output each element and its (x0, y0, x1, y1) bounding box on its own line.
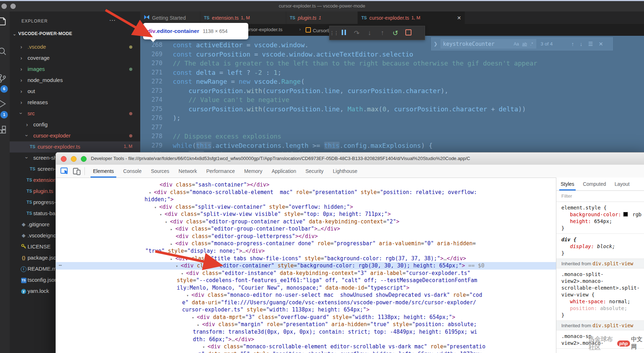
chevron-right-icon[interactable]: › (20, 99, 22, 105)
inherited-node-link[interactable]: div.split-view (592, 261, 633, 266)
close-icon[interactable] (61, 156, 67, 162)
dom-tree-line[interactable]: ▾<div class="editor-instance" data-keybi… (181, 270, 470, 277)
chevron-down-icon[interactable]: › (24, 157, 30, 159)
dom-tree-line[interactable]: <div class="sash-container"></div> (160, 181, 269, 189)
css-property[interactable]: height: 654px; (561, 218, 644, 225)
source-control-icon[interactable] (0, 73, 8, 84)
tree-item-releases[interactable]: ›releases (10, 97, 140, 108)
chevron-right-icon[interactable]: › (20, 66, 22, 72)
dom-gutter-ellipsis[interactable]: ⋯ (59, 262, 62, 269)
chevron-right-icon[interactable]: › (20, 55, 22, 61)
expander-down-icon[interactable]: ▾ (160, 211, 165, 218)
expander-down-icon[interactable]: ▾ (192, 314, 197, 321)
css-property[interactable]: display: block; (561, 243, 644, 250)
expander-right-icon[interactable]: ▸ (197, 321, 202, 329)
dom-tree-line[interactable]: ▾<div class="monaco-editor no-user-selec… (186, 291, 482, 299)
chevron-right-icon[interactable]: › (26, 121, 28, 127)
chevron-down-icon[interactable]: › (18, 112, 24, 114)
devtools-tab-elements[interactable]: Elements (88, 165, 118, 178)
dom-tree-line[interactable]: ily:Menlo, Monaco, "Courier New", monosp… (177, 284, 409, 292)
tree-item-out[interactable]: ›out (10, 86, 140, 97)
expander-right-icon[interactable]: ▸ (170, 240, 175, 248)
project-root-item[interactable]: ⌄ VSCODE-POWER-MODE (10, 29, 140, 39)
tab-extension.ts[interactable]: TSextension.ts1, M (200, 11, 286, 24)
devtools-tab-application[interactable]: Application (267, 165, 301, 178)
toggle-device-toolbar-icon[interactable] (72, 167, 82, 175)
expander-down-icon[interactable]: ▾ (154, 204, 159, 211)
devtools-tab-memory[interactable]: Memory (240, 165, 267, 178)
tree-item-src[interactable]: ›src (10, 108, 140, 119)
dom-tree-line[interactable]: ▾<div class="editor-container" style="ba… (176, 262, 484, 270)
step-into-icon[interactable]: ↓ (363, 29, 376, 37)
devtools-tab-security[interactable]: Security (301, 165, 328, 178)
devtools-tab-network[interactable]: Network (174, 165, 201, 178)
tab-plugin.ts[interactable]: TSplugin.ts1 (286, 11, 358, 24)
expander-right-icon[interactable]: ▸ (170, 255, 175, 263)
dom-tree-line[interactable]: ▾<div class="split-view-container" style… (154, 203, 353, 211)
css-property[interactable]: background-color: rgb (561, 211, 644, 218)
styles-pane-tab-styles[interactable]: Styles (556, 178, 579, 190)
dom-tree-line[interactable]: ▾<div class="monaco-scrollable-element m… (149, 189, 477, 196)
pause-icon[interactable] (337, 29, 350, 37)
devtools-tab-performance[interactable]: Performance (201, 165, 239, 178)
breadcrumb-segment[interactable]: CursorE (306, 27, 331, 33)
expander-right-icon[interactable]: ▸ (170, 226, 175, 233)
dom-tree-line[interactable]: hidden;"> (145, 196, 174, 203)
expander-down-icon[interactable]: ▾ (203, 343, 208, 351)
devtools-tab-sources[interactable]: Sources (146, 165, 174, 178)
dom-tree[interactable]: <div class="sash-container"></div>▾<div … (56, 178, 556, 353)
tree-item-images[interactable]: ›images (10, 64, 140, 75)
more-actions-icon[interactable]: ··· (109, 16, 116, 24)
expander-down-icon[interactable]: ▾ (186, 292, 191, 299)
tab-getting-started[interactable]: Getting Started (140, 11, 200, 24)
search-icon[interactable] (0, 46, 8, 57)
close-icon[interactable]: ✕ (453, 15, 461, 21)
expander-down-icon[interactable]: ▾ (165, 218, 170, 226)
step-out-icon[interactable]: ↑ (376, 29, 389, 37)
css-property[interactable]: white-space: normal; (561, 298, 644, 305)
chevron-down-icon[interactable]: › (24, 135, 30, 136)
dom-tree-line[interactable]: ▾<div class="editor-group-container acti… (165, 218, 399, 226)
files-icon[interactable] (0, 16, 8, 27)
css-rule[interactable]: div {display: block;} (556, 234, 644, 259)
css-rule[interactable]: w.monaco-split-view2>.monaco-scrollable-… (556, 269, 644, 321)
devtools-tab-console[interactable]: Console (118, 165, 146, 178)
dom-tree-line[interactable]: ▸<div class="title tabs show-file-icons"… (170, 255, 466, 262)
dom-tree-line[interactable]: style="--codelens-font-features_ee1f61:"… (177, 277, 477, 284)
inspect-element-icon[interactable] (60, 167, 69, 175)
dom-tree-line[interactable]: e" data-uri="file:///Users/guang/code/vs… (182, 299, 476, 306)
dom-tree-line[interactable]: ▸<div class="monaco-progress-container d… (170, 240, 476, 247)
tree-item-node_modules[interactable]: ›node_modules (10, 75, 140, 86)
styles-pane-tab-layout[interactable]: Layout (610, 178, 634, 190)
chevron-right-icon[interactable]: › (20, 44, 22, 50)
drag-grip-icon[interactable]: ⋮⋮ (330, 30, 337, 36)
dom-tree-line[interactable]: n" data-mprt="5" style="position: absolu… (198, 350, 483, 353)
chevron-right-icon[interactable]: › (20, 77, 22, 83)
debug-icon[interactable] (0, 98, 8, 109)
minimize-icon[interactable] (71, 156, 77, 162)
dom-tree-line[interactable]: <div class="editor-group-letterpress"></… (176, 233, 318, 240)
dom-tree-line[interactable]: cursor-exploder.ts" style="width: 1138px… (182, 306, 370, 314)
dom-tree-line[interactable]: transform: translate3d(0px, 0px, 0px); c… (193, 328, 477, 336)
styles-filter-input[interactable]: Filter (556, 191, 644, 202)
devtools-tab-lighthouse[interactable]: Lighthouse (328, 165, 362, 178)
dom-tree-line[interactable]: ▾<div data-mprt="3" class="overflow-guar… (192, 314, 455, 321)
restart-icon[interactable]: ↺ (389, 29, 402, 37)
step-over-icon[interactable]: ↷ (350, 29, 363, 37)
color-swatch[interactable] (623, 212, 628, 217)
expander-down-icon[interactable]: ▾ (181, 270, 186, 277)
inherited-node-link[interactable]: div.split-view (592, 323, 633, 328)
dom-tree-line[interactable]: dth: 66px;">…</div> (193, 336, 254, 343)
dom-tree-line[interactable]: ▾<div class="monaco-scrollable-element e… (203, 343, 486, 350)
extensions-icon[interactable] (0, 125, 8, 135)
tree-item-config[interactable]: ›config (10, 119, 140, 130)
tab-cursor-exploder.ts[interactable]: TScursor-exploder.ts1, M✕ (358, 11, 465, 24)
dom-tree-line[interactable]: ▸<div class="margin" role="presentation"… (197, 321, 477, 328)
css-rule[interactable]: element.style {background-color: rgbheig… (556, 202, 644, 234)
css-property[interactable]: position: absolute; (561, 305, 644, 312)
styles-pane-tab-computed[interactable]: Computed (579, 178, 610, 190)
tree-item-.vscode[interactable]: ›.vscode (10, 42, 140, 53)
chevron-right-icon[interactable]: › (20, 88, 22, 94)
tree-item-cursor-exploder.ts[interactable]: TScursor-exploder.ts1, M (10, 141, 140, 153)
dom-tree-line[interactable]: ▾<div class="split-view-view visible" st… (160, 211, 391, 218)
